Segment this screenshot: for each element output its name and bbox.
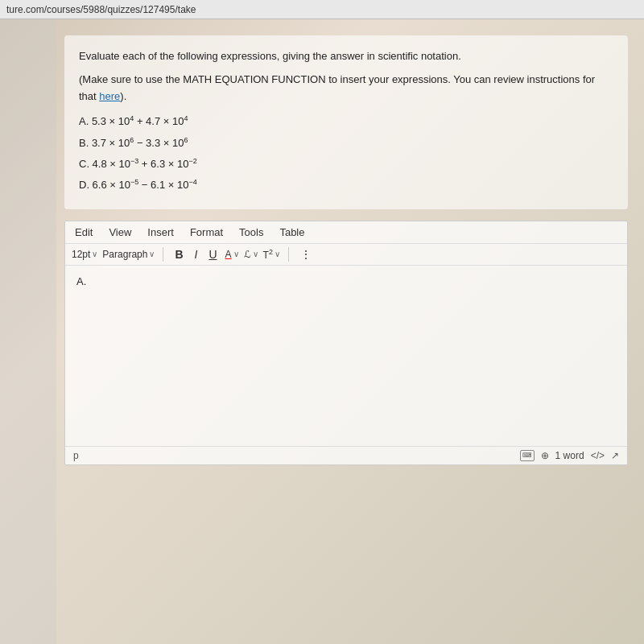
editor-body[interactable]: A. — [65, 266, 627, 446]
highlight-chevron: ∨ — [253, 250, 258, 258]
expand-icon[interactable]: ↗ — [611, 450, 619, 461]
editor-toolbar: 12pt ∨ Paragraph ∨ B I U A ∨ ℒ ∨ — [65, 244, 627, 266]
menu-edit[interactable]: Edit — [72, 225, 96, 240]
italic-button[interactable]: I — [192, 247, 201, 262]
keyboard-icon[interactable]: ⌨ — [520, 450, 535, 461]
font-size-select[interactable]: 12pt ∨ — [72, 249, 97, 260]
content-area: Evaluate each of the following expressio… — [56, 19, 644, 644]
left-sidebar — [0, 19, 56, 644]
menu-insert[interactable]: Insert — [144, 225, 177, 240]
font-color-chevron: ∨ — [233, 250, 239, 258]
toolbar-separator-1 — [163, 247, 163, 262]
editor-menu: Edit View Insert Format Tools Table — [65, 221, 627, 244]
here-link[interactable]: here — [99, 90, 120, 102]
paragraph-chevron: ∨ — [149, 250, 155, 258]
toolbar-separator-2 — [288, 247, 289, 262]
word-count: 1 word — [555, 450, 584, 461]
footer-tag: p — [73, 450, 79, 461]
math-item-d: D. 6.6 × 10−5 − 6.1 × 10−4 — [79, 175, 613, 196]
editor-footer: p ⌨ ⊕ 1 word </> ↗ — [65, 446, 627, 464]
font-color-icon: A — [225, 249, 232, 260]
main-container: Evaluate each of the following expressio… — [0, 19, 644, 644]
superscript-chevron: ∨ — [275, 250, 280, 258]
instruction-line1: Evaluate each of the following expressio… — [79, 48, 613, 65]
url-bar: ture.com/courses/5988/quizzes/127495/tak… — [6, 4, 196, 15]
underline-button[interactable]: U — [205, 247, 220, 262]
menu-format[interactable]: Format — [187, 225, 226, 240]
math-item-c: C. 4.8 × 10−3 + 6.3 × 10−2 — [79, 154, 613, 175]
footer-right: ⌨ ⊕ 1 word </> ↗ — [520, 450, 619, 461]
instruction-line2: (Make sure to use the MATH EQUATION FUNC… — [79, 72, 613, 105]
bold-button[interactable]: B — [171, 247, 186, 262]
font-color-select[interactable]: A ∨ — [225, 249, 239, 260]
math-list: A. 5.3 × 104 + 4.7 × 104 B. 3.7 × 106 − … — [79, 111, 613, 196]
menu-table[interactable]: Table — [276, 225, 308, 240]
upload-icon[interactable]: ⊕ — [541, 450, 549, 461]
menu-tools[interactable]: Tools — [236, 225, 266, 240]
editor-text: A. — [76, 275, 616, 287]
highlight-icon: ℒ — [244, 249, 251, 260]
paragraph-select[interactable]: Paragraph ∨ — [102, 249, 155, 260]
font-size-value: 12pt — [72, 249, 90, 260]
superscript-icon: T2 — [263, 248, 273, 261]
font-size-chevron: ∨ — [92, 250, 97, 258]
superscript-select[interactable]: T2 ∨ — [263, 248, 280, 261]
instructions-box: Evaluate each of the following expressio… — [64, 35, 628, 209]
highlight-select[interactable]: ℒ ∨ — [244, 249, 258, 260]
math-item-b: B. 3.7 × 106 − 3.3 × 106 — [79, 133, 613, 154]
math-item-a: A. 5.3 × 104 + 4.7 × 104 — [79, 111, 613, 132]
instruction-line2-text: (Make sure to use the MATH EQUATION FUNC… — [79, 73, 595, 102]
code-view-button[interactable]: </> — [591, 450, 605, 461]
editor-wrapper: Edit View Insert Format Tools Table 12pt… — [64, 221, 628, 465]
menu-view[interactable]: View — [105, 225, 134, 240]
instruction-line2-end: ). — [120, 90, 126, 102]
more-options-button[interactable]: ⋮ — [297, 247, 315, 262]
editor-content[interactable]: A. — [76, 275, 616, 436]
footer-left: p — [73, 450, 79, 461]
browser-bar: ture.com/courses/5988/quizzes/127495/tak… — [0, 0, 644, 19]
paragraph-value: Paragraph — [102, 249, 147, 260]
